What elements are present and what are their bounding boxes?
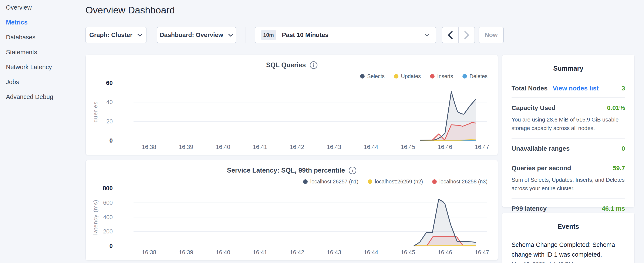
y-axis-unit-label: queries (92, 101, 99, 122)
events-heading: Events (502, 213, 634, 230)
legend-dot-icon (430, 74, 434, 79)
x-tick-label: 16:41 (253, 249, 267, 255)
total-nodes-label: Total Nodes (512, 85, 548, 92)
x-tick-label: 16:39 (179, 249, 193, 255)
x-tick-label: 16:47 (475, 144, 489, 150)
now-button[interactable]: Now (478, 27, 504, 43)
sidebar-item-jobs[interactable]: Jobs (0, 75, 86, 89)
time-range-label: Past 10 Minutes (282, 32, 328, 39)
x-tick-label: 16:38 (142, 249, 156, 255)
total-nodes-row: Total Nodes View nodes list 3 (512, 85, 625, 92)
x-tick-label: 16:39 (179, 144, 193, 150)
sidebar: Overview Metrics Databases Statements Ne… (0, 0, 86, 104)
toolbar: Graph: Cluster Dashboard: Overview 10m P… (86, 27, 596, 43)
page-title: Overview Dashboard (86, 5, 175, 16)
divider (512, 158, 625, 158)
events-panel: Events Schema Change Completed: Schema c… (502, 213, 635, 263)
legend-dot-icon (368, 179, 372, 184)
divider (512, 138, 625, 139)
unavailable-ranges-row: Unavailable ranges 0 (512, 145, 625, 152)
p99-latency-row: P99 latency 46.1 ms (512, 205, 625, 212)
y-tick-label: 800 (103, 185, 113, 191)
y-tick-label: 200 (103, 228, 113, 235)
sidebar-item-databases[interactable]: Databases (0, 30, 86, 45)
chevron-left-icon (448, 31, 453, 39)
x-tick-label: 16:41 (253, 144, 267, 150)
chevron-down-icon (228, 34, 234, 37)
p99-latency-label: P99 latency (512, 205, 546, 212)
chart-title: Service Latency: SQL, 99th percentile (227, 167, 345, 174)
unavailable-ranges-label: Unavailable ranges (512, 145, 570, 152)
x-tick-label: 16:46 (438, 249, 452, 255)
y-tick-label: 600 (103, 200, 113, 206)
legend-dot-icon (360, 74, 365, 79)
service-latency-card: Service Latency: SQL, 99th percentile lo… (86, 160, 498, 260)
step-back-button[interactable] (442, 27, 458, 43)
y-tick-label: 60 (106, 80, 113, 86)
time-step-button-group (442, 27, 475, 43)
info-icon[interactable] (349, 167, 356, 174)
legend-dot-icon (303, 179, 308, 184)
unavailable-ranges-value: 0 (622, 145, 625, 152)
capacity-label: Capacity Used (512, 104, 556, 112)
y-tick-label: 400 (103, 214, 113, 220)
summary-panel: Summary Total Nodes View nodes list 3 Ca… (502, 55, 635, 207)
graph-scope-dropdown[interactable]: Graph: Cluster (86, 27, 146, 43)
qps-label: Queries per second (512, 164, 571, 172)
time-range-badge: 10m (261, 30, 276, 40)
chevron-right-icon (464, 31, 470, 39)
chevron-down-icon (424, 34, 430, 37)
view-nodes-list-link[interactable]: View nodes list (552, 85, 598, 92)
legend-dot-icon (432, 179, 437, 184)
info-icon[interactable] (310, 61, 318, 69)
sql-queries-card: SQL Queries SelectsUpdatesInsertsDeletes… (86, 55, 498, 155)
x-tick-label: 16:44 (364, 144, 378, 150)
step-forward-button[interactable] (458, 27, 474, 43)
chevron-down-icon (137, 34, 143, 37)
y-tick-label: 0 (109, 242, 113, 249)
toolbar-divider (246, 27, 246, 43)
y-axis-unit-label: latency (ms) (92, 200, 99, 235)
x-tick-label: 16:40 (216, 249, 230, 255)
sidebar-item-overview[interactable]: Overview (0, 0, 86, 15)
now-button-label: Now (484, 32, 498, 39)
dashboard-dropdown[interactable]: Dashboard: Overview (157, 27, 236, 43)
y-tick-label: 40 (106, 99, 113, 105)
sidebar-item-statements[interactable]: Statements (0, 45, 86, 60)
sidebar-item-advanced-debug[interactable]: Advanced Debug (0, 89, 86, 104)
divider (512, 198, 625, 198)
x-tick-label: 16:38 (142, 144, 156, 150)
x-tick-label: 16:45 (401, 249, 415, 255)
event-message[interactable]: Schema Change Completed: Schema change w… (512, 240, 625, 259)
x-tick-label: 16:42 (290, 144, 304, 150)
x-tick-label: 16:45 (401, 144, 415, 150)
sidebar-item-network-latency[interactable]: Network Latency (0, 60, 86, 75)
sidebar-item-metrics[interactable]: Metrics (0, 15, 86, 30)
legend-dot-icon (462, 74, 467, 79)
qps-value: 59.7 (613, 164, 625, 172)
total-nodes-value: 3 (622, 85, 625, 92)
dashboard-dropdown-label: Dashboard: Overview (160, 32, 223, 39)
event-timestamp: May 13, 2020 at 4:45 PM (512, 261, 625, 263)
qps-row: Queries per second 59.7 (512, 164, 625, 172)
legend-dot-icon (394, 74, 398, 79)
x-tick-label: 16:42 (290, 249, 304, 255)
chart-title: SQL Queries (266, 61, 306, 69)
y-tick-label: 20 (106, 118, 113, 125)
graph-scope-label: Graph: Cluster (89, 32, 132, 39)
x-tick-label: 16:47 (475, 249, 489, 255)
service-latency-chart[interactable]: 16:3816:3916:4016:4116:4216:4316:4416:45… (86, 184, 498, 258)
x-tick-label: 16:40 (216, 144, 230, 150)
sql-queries-chart[interactable]: 16:3816:3916:4016:4116:4216:4316:4416:45… (86, 78, 498, 153)
p99-latency-value: 46.1 ms (602, 205, 625, 212)
divider (512, 97, 625, 98)
y-tick-label: 0 (109, 137, 113, 144)
capacity-description: You are using 28.6 MiB of 515.9 GiB usab… (512, 115, 625, 133)
qps-description: Sum of Selects, Updates, Inserts, and De… (512, 176, 625, 193)
admin-ui-page: Overview Metrics Databases Statements Ne… (0, 0, 644, 263)
x-tick-label: 16:43 (327, 249, 341, 255)
time-range-dropdown[interactable]: 10m Past 10 Minutes (255, 27, 436, 43)
x-tick-label: 16:43 (327, 144, 341, 150)
capacity-value: 0.01% (607, 104, 625, 112)
capacity-row: Capacity Used 0.01% (512, 104, 625, 112)
